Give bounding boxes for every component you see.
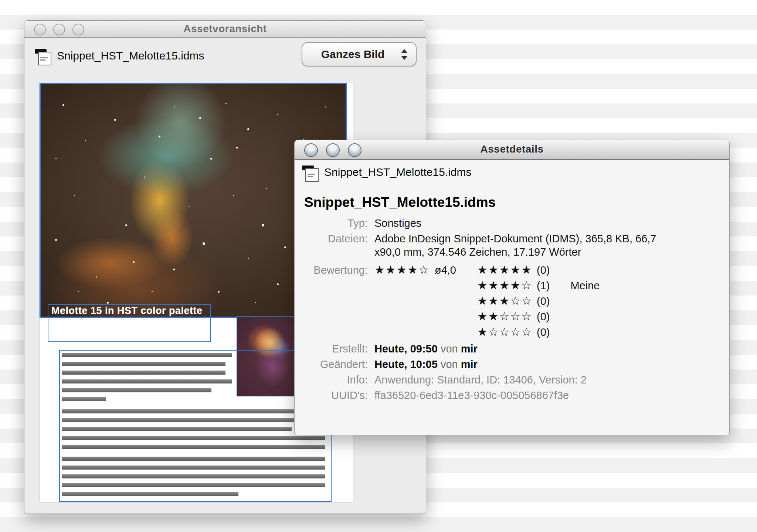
rating-histogram-row-5: ★★★★★ (0) xyxy=(477,263,570,276)
row-label: Erstellt: xyxy=(304,342,368,355)
average-rating-value: ø4,0 xyxy=(435,263,456,277)
detail-row-erstellt: Erstellt: Heute, 09:50 von mir xyxy=(304,342,478,355)
rating-histogram-row-2: ★★☆☆☆ (0) xyxy=(477,310,570,323)
image-caption: Melotte 15 in HST color palette xyxy=(51,305,203,317)
greeked-text-line xyxy=(62,397,106,401)
details-titlebar[interactable]: Assetdetails xyxy=(295,140,729,160)
star-rating-icon: ★★★★★ xyxy=(477,263,532,276)
window-title: Assetvoransicht xyxy=(24,23,426,35)
dateien-line2: x90,0 mm, 374.546 Zeichen, 17.197 Wörter xyxy=(374,245,656,259)
stepper-arrows-icon xyxy=(401,43,408,66)
modified-user: mir xyxy=(461,358,478,370)
rating-count: (1) xyxy=(537,280,550,292)
rating-histogram-row-1: ★☆☆☆☆ (0) xyxy=(477,325,570,338)
preview-titlebar[interactable]: Assetvoransicht xyxy=(24,21,426,38)
row-value: Adobe InDesign Snippet-Dokument (IDMS), … xyxy=(374,232,656,259)
desktop: Assetvoransicht Snippet_HST_Melotte15.id… xyxy=(0,0,757,532)
row-label: UUID's: xyxy=(304,389,368,402)
detail-row-dateien: Dateien: Adobe InDesign Snippet-Dokument… xyxy=(304,232,656,259)
star-rating-icon: ★☆☆☆☆ xyxy=(477,325,532,338)
modified-time: Heute, 10:05 xyxy=(374,358,438,370)
snippet-file-icon xyxy=(35,47,52,65)
window-title: Assetdetails xyxy=(295,143,729,155)
dateien-line1: Adobe InDesign Snippet-Dokument (IDMS), … xyxy=(374,232,656,245)
row-value: Anwendung: Standard, ID: 13406, Version:… xyxy=(374,373,587,386)
rating-count: (0) xyxy=(537,311,550,323)
file-name: Snippet_HST_Melotte15.idms xyxy=(324,166,472,178)
greeked-text-line xyxy=(62,388,211,392)
average-rating[interactable]: ★★★★☆ ø4,0 xyxy=(374,263,456,277)
star-rating-icon: ★★★★☆ xyxy=(374,263,430,276)
detail-row-uuid: UUID's: ffa36520-6ed3-11e3-930c-00505686… xyxy=(304,389,569,402)
zoom-mode-select[interactable]: Ganzes Bild xyxy=(302,42,417,66)
detail-row-geaendert: Geändert: Heute, 10:05 von mir xyxy=(304,358,478,371)
row-label: Info: xyxy=(304,373,368,386)
modified-von: von xyxy=(441,358,458,370)
star-field xyxy=(41,84,42,85)
rating-histogram-row-4: ★★★★☆ (1) Meine xyxy=(477,279,600,292)
greeked-text-line xyxy=(62,492,238,496)
asset-heading: Snippet_HST_Melotte15.idms xyxy=(304,195,496,210)
rating-note: Meine xyxy=(570,280,600,292)
greeked-text-line xyxy=(62,362,225,366)
rating-count: (0) xyxy=(537,264,550,276)
greeked-text-line xyxy=(62,466,325,470)
row-value: Heute, 10:05 von mir xyxy=(374,358,478,371)
greeked-text-line xyxy=(62,427,292,431)
caption-text-frame: Melotte 15 in HST color palette xyxy=(48,304,211,342)
zoom-mode-value: Ganzes Bild xyxy=(321,48,385,61)
row-label: Typ: xyxy=(304,216,368,230)
greeked-text-line xyxy=(62,474,325,478)
greeked-text-line xyxy=(62,371,225,375)
greeked-text-line xyxy=(62,483,325,487)
row-value: Heute, 09:50 von mir xyxy=(374,342,478,355)
created-time: Heute, 09:50 xyxy=(374,343,438,355)
greeked-text-line xyxy=(62,379,232,383)
file-row: Snippet_HST_Melotte15.idms xyxy=(35,47,204,65)
created-von: von xyxy=(441,343,458,355)
created-user: mir xyxy=(461,343,478,355)
greeked-text-line xyxy=(62,353,232,357)
greeked-text-line xyxy=(62,445,325,449)
row-value: ffa36520-6ed3-11e3-930c-005056867f3e xyxy=(374,389,569,402)
detail-row-typ: Typ: Sonstiges xyxy=(304,216,421,230)
file-name: Snippet_HST_Melotte15.idms xyxy=(57,50,204,62)
star-rating-icon: ★★★☆☆ xyxy=(477,294,532,307)
detail-row-info: Info: Anwendung: Standard, ID: 13406, Ve… xyxy=(304,373,587,386)
greeked-text-line xyxy=(62,409,325,413)
file-row: Snippet_HST_Melotte15.idms xyxy=(302,163,472,181)
rating-histogram-row-3: ★★★☆☆ (0) xyxy=(477,294,570,307)
row-label: Bewertung: xyxy=(304,263,368,277)
greeked-text-line xyxy=(62,436,325,440)
rating-count: (0) xyxy=(537,326,550,338)
star-rating-icon: ★★☆☆☆ xyxy=(477,310,532,323)
row-label: Dateien: xyxy=(304,232,368,245)
greeked-text-line xyxy=(62,457,325,461)
greeked-text-line xyxy=(62,418,325,422)
detail-row-rating: Bewertung: ★★★★☆ ø4,0 xyxy=(304,263,456,277)
snippet-file-icon xyxy=(302,163,319,181)
row-label: Geändert: xyxy=(304,358,368,371)
rating-count: (0) xyxy=(537,295,550,307)
star-rating-icon: ★★★★☆ xyxy=(477,279,532,292)
row-value: Sonstiges xyxy=(374,216,421,230)
asset-details-window: Assetdetails Snippet_HST_Melotte15.idms … xyxy=(294,140,730,435)
